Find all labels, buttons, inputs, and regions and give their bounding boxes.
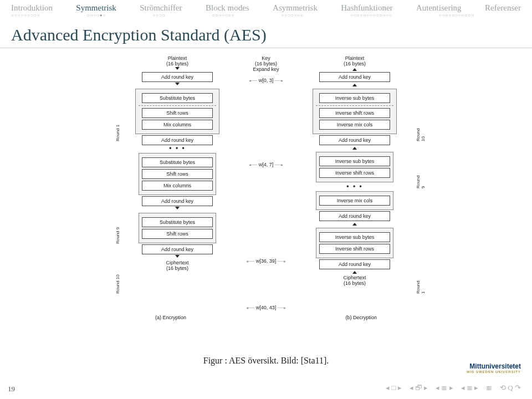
subcap-right: (b) Decryption [345, 315, 377, 320]
section-tabs: IntroduktionSymmetriskStrömchifferBlock … [0, 0, 532, 13]
round-label: Round 1 [416, 280, 426, 294]
progress-dot-group: ○○○○ [152, 13, 165, 18]
section-tab[interactable]: Introduktion [11, 3, 53, 13]
progress-dot-group: ○○○○○○○○○ [11, 13, 40, 18]
decryption-column: Plaintext(16 bytes) Add round key Invers… [299, 55, 410, 286]
section-tab[interactable]: Strömchiffer [140, 3, 182, 13]
section-tab[interactable]: Autentisering [416, 3, 462, 13]
nav-icon[interactable]: ◂ □ ▸ [386, 383, 401, 392]
figure-caption: Figur : AES översikt. Bild: [Sta11]. [0, 356, 532, 366]
box-add-round-key: Add round key [142, 72, 213, 82]
section-tab[interactable]: Symmetrisk [76, 3, 116, 13]
page-number: 19 [8, 385, 15, 393]
page-title: Advanced Encryption Standard (AES) [0, 23, 532, 48]
encryption-column: Plaintext(16 bytes) Add round key Substi… [122, 55, 233, 271]
section-tab[interactable]: Asymmetrisk [273, 3, 318, 13]
progress-dots: ○○○○○○○○○○○○○●○○○○○○○○○○○○○○○○○○○○○○○○○○… [0, 13, 532, 23]
slide: IntroduktionSymmetriskStrömchifferBlock … [0, 0, 532, 399]
nav-icon[interactable]: ◂ 🗗 ▸ [410, 383, 428, 392]
progress-dot-group: ○○○○○○○○○○○○○ [350, 13, 392, 18]
round-group: Substitute bytes Shift rows [139, 213, 216, 243]
beamer-nav-icons[interactable]: ◂ □ ▸◂ 🗗 ▸◂ ≣ ▸◂ ≣ ▸≣⟲ Q ↷ [386, 383, 521, 392]
round-label: Round 9 [115, 227, 120, 244]
key-column: Key(16 bytes)Expand key ◂── w[0, 3] ──▸ … [233, 55, 299, 314]
progress-dot-group: ○○○○○○○ [212, 13, 235, 18]
subcap-left: (a) Encryption [155, 315, 186, 320]
section-tab[interactable]: Hashfunktioner [341, 3, 392, 13]
nav-icon[interactable]: ◂ ≣ ▸ [436, 383, 453, 392]
nav-icon[interactable]: ≣ [486, 383, 492, 392]
progress-dot-group: ○○○○○○○○○○○ [439, 13, 474, 18]
section-tab[interactable]: Block modes [206, 3, 249, 13]
round-label: Round 9 [416, 175, 426, 188]
round-group: Substitute bytes Shift rows Mix columns [139, 153, 216, 195]
nav-icon[interactable]: ◂ ≣ ▸ [461, 383, 479, 392]
nav-icon[interactable]: ⟲ Q ↷ [500, 383, 521, 392]
round-label: Round 10 [115, 274, 120, 294]
round-label: Round 1 [115, 125, 120, 141]
progress-dot-group: ○○○○●○ [86, 13, 106, 18]
progress-dot-group: ○○○○○○○ [281, 13, 304, 18]
aes-diagram: Round 1 Round 9 Round 10 Round 10 Round … [122, 55, 410, 320]
round-group: Substitute bytes Shift rows Mix columns [135, 89, 219, 134]
round-label: Round 10 [416, 128, 426, 141]
section-tab[interactable]: Referenser [485, 3, 521, 13]
university-logo: Mittuniversitetet MID SWEDEN UNIVERSITY [467, 362, 521, 374]
